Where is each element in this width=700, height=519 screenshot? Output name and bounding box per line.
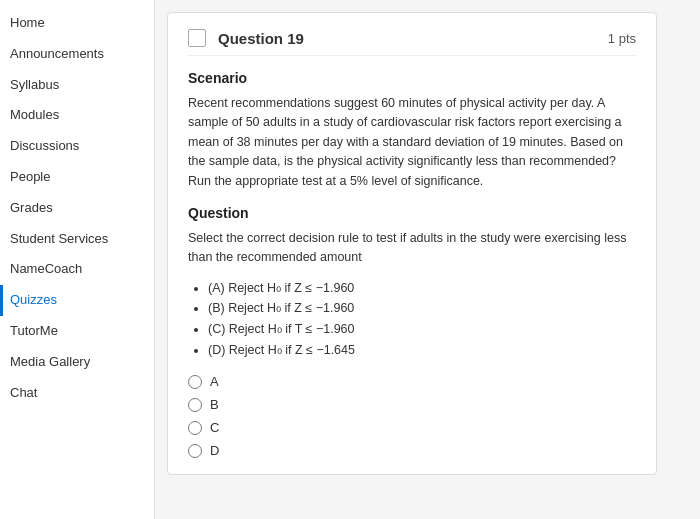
question-header: Question 19 1 pts	[188, 29, 636, 56]
sidebar-item-quizzes[interactable]: Quizzes	[0, 285, 154, 316]
bullet-item-1: (B) Reject H₀ if Z ≤ −1.960	[208, 298, 636, 319]
sidebar-item-chat[interactable]: Chat	[0, 378, 154, 409]
question-title: Question 19	[218, 30, 304, 47]
radio-d[interactable]	[188, 444, 202, 458]
answer-option-c[interactable]: C	[188, 420, 636, 435]
sidebar-item-syllabus[interactable]: Syllabus	[0, 70, 154, 101]
answer-options: ABCD	[188, 374, 636, 458]
sidebar-item-namecoach[interactable]: NameCoach	[0, 254, 154, 285]
scenario-text: Recent recommendations suggest 60 minute…	[188, 94, 636, 191]
sidebar-item-discussions[interactable]: Discussions	[0, 131, 154, 162]
radio-c[interactable]	[188, 421, 202, 435]
sidebar-item-modules[interactable]: Modules	[0, 100, 154, 131]
answer-option-b[interactable]: B	[188, 397, 636, 412]
option-label-c: C	[210, 420, 219, 435]
question-heading: Question	[188, 205, 636, 221]
option-label-b: B	[210, 397, 219, 412]
radio-a[interactable]	[188, 375, 202, 389]
bullet-item-2: (C) Reject H₀ if T ≤ −1.960	[208, 319, 636, 340]
sidebar-item-tutorme[interactable]: TutorMe	[0, 316, 154, 347]
option-label-a: A	[210, 374, 219, 389]
scenario-heading: Scenario	[188, 70, 636, 86]
sidebar-item-media-gallery[interactable]: Media Gallery	[0, 347, 154, 378]
answer-option-a[interactable]: A	[188, 374, 636, 389]
question-section: Question Select the correct decision rul…	[188, 205, 636, 268]
sidebar-item-grades[interactable]: Grades	[0, 193, 154, 224]
bullet-item-3: (D) Reject H₀ if Z ≤ −1.645	[208, 340, 636, 361]
bullet-item-0: (A) Reject H₀ if Z ≤ −1.960	[208, 278, 636, 299]
bullet-list: (A) Reject H₀ if Z ≤ −1.960(B) Reject H₀…	[188, 278, 636, 361]
option-label-d: D	[210, 443, 219, 458]
answer-option-d[interactable]: D	[188, 443, 636, 458]
question-pts: 1 pts	[608, 31, 636, 46]
sidebar-item-people[interactable]: People	[0, 162, 154, 193]
question-text: Select the correct decision rule to test…	[188, 229, 636, 268]
sidebar-item-home[interactable]: Home	[0, 8, 154, 39]
sidebar-item-student-services[interactable]: Student Services	[0, 224, 154, 255]
sidebar-item-announcements[interactable]: Announcements	[0, 39, 154, 70]
radio-b[interactable]	[188, 398, 202, 412]
question-card: Question 19 1 pts Scenario Recent recomm…	[167, 12, 657, 475]
question-checkbox[interactable]	[188, 29, 206, 47]
sidebar: HomeAnnouncementsSyllabusModulesDiscussi…	[0, 0, 155, 519]
main-content: Question 19 1 pts Scenario Recent recomm…	[155, 0, 700, 519]
